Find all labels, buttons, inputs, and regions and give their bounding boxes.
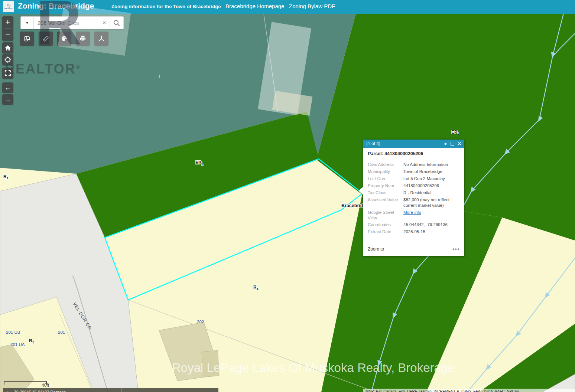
plus-icon: + <box>6 17 10 27</box>
coordinate-bar: ✛ -79.29945 45.04423 Degrees <box>3 388 218 392</box>
popup-close-button[interactable]: ✕ <box>458 141 461 146</box>
parcel-info-popup: (1 of 4) ▶ ✕ Parcel: 441804000205206 Civ… <box>363 140 464 256</box>
chevron-down-icon: ▼ <box>25 21 29 25</box>
attribution-text: MNR, Esri Canada, Esri, HERE, Garmin, IN… <box>363 389 575 392</box>
parcel-number-201: 201 <box>58 330 65 334</box>
zoning-map-canvas[interactable] <box>0 0 575 392</box>
app-header: ≋ BRACEBRIDGE Zoning: Bracebridge Zoning… <box>0 0 575 14</box>
parcel-number-202: 202 <box>197 320 204 324</box>
zone-label-r1: R1 <box>253 285 259 291</box>
popup-footer: Zoom to ••• <box>363 245 464 256</box>
zone-label-ep1: EP1 <box>451 130 459 135</box>
table-row: Civic Address No Address Information <box>368 162 460 167</box>
previous-extent-button[interactable]: ← <box>2 82 13 93</box>
print-button[interactable] <box>76 32 90 46</box>
table-row: Property Num 441804000205206 <box>368 183 460 189</box>
zone-label-ep1: EP1 <box>195 160 203 166</box>
magnifier-document-icon <box>23 35 31 42</box>
search-source-dropdown[interactable]: ▼ <box>21 17 34 29</box>
ruler-icon <box>42 35 49 42</box>
divider <box>121 388 122 392</box>
search-submit-button[interactable] <box>110 17 123 29</box>
locate-crosshair-icon <box>4 56 12 63</box>
table-row: Tax Class R - Residential <box>368 190 460 196</box>
zoom-in-button[interactable]: + <box>2 16 13 29</box>
popup-header: (1 of 4) ▶ ✕ <box>363 140 464 148</box>
link-bracebridge-homepage[interactable]: Bracebridge Homepage <box>225 3 284 9</box>
next-extent-button[interactable]: → <box>2 94 13 105</box>
share-icon <box>98 35 105 42</box>
table-row: Assessed Value $82,000 (may not reflect … <box>368 197 460 208</box>
coordinate-readout: -79.29945 45.04423 Degrees <box>13 390 66 392</box>
fullscreen-button[interactable] <box>2 68 13 79</box>
play-next-icon: ▶ <box>445 142 447 146</box>
popup-title: Parcel: 441804000205206 <box>368 151 460 159</box>
scale-bar <box>4 381 47 385</box>
palette-icon <box>61 35 68 42</box>
popup-body: Parcel: 441804000205206 Civic Address No… <box>363 148 464 245</box>
arrow-left-icon: ← <box>4 84 11 92</box>
table-row: Coordinates 45.044342, -79.299136 <box>368 222 460 228</box>
zone-label-r1: R1 <box>29 338 34 344</box>
printer-icon <box>79 35 87 42</box>
scale-label: 40ft <box>42 383 49 388</box>
table-row: Lot / Con Lot 5 Con 2 Macaulay <box>368 176 460 182</box>
table-row: Google Street View More info <box>368 210 460 221</box>
zoom-out-button[interactable]: − <box>2 29 13 41</box>
search-icon <box>113 19 120 27</box>
parcel-number-201ua: 201 UA <box>10 342 25 347</box>
coordinate-crosshair-icon[interactable]: ✛ <box>3 390 13 392</box>
fullscreen-icon <box>4 69 12 77</box>
close-icon: ✕ <box>103 20 107 26</box>
measure-tool-button[interactable] <box>39 32 53 46</box>
attribute-table: Civic Address No Address Information Mun… <box>368 162 460 235</box>
zoom-control: + − <box>2 16 13 41</box>
table-row: Extract Date 2025-05-15 <box>368 229 460 235</box>
parcel-number-201ub: 201 UB <box>6 330 20 334</box>
zone-label-r1: R1 <box>3 174 9 180</box>
popup-pointer <box>358 187 363 195</box>
search-widget: ▼ ✕ <box>20 16 124 29</box>
popup-next-button[interactable]: ▶ <box>445 142 447 146</box>
more-options-button[interactable]: ••• <box>452 246 460 252</box>
search-clear-button[interactable]: ✕ <box>99 17 110 29</box>
popup-pager: (1 of 4) <box>366 141 441 146</box>
zoom-to-link[interactable]: Zoom to <box>368 246 384 252</box>
logo-wave-icon: ≋ <box>6 4 11 8</box>
draw-tool-button[interactable] <box>57 32 71 46</box>
home-button[interactable] <box>2 42 13 53</box>
search-input[interactable] <box>34 17 99 29</box>
more-info-link[interactable]: More info <box>403 210 460 221</box>
minus-icon: − <box>6 30 10 40</box>
arrow-right-icon: → <box>4 96 11 104</box>
page-subtitle: Zoning information for the Town of Brace… <box>111 4 221 9</box>
bracebridge-logo: ≋ BRACEBRIDGE <box>3 1 14 12</box>
building-footprint-small <box>202 350 219 377</box>
zone-label-i: I <box>159 74 160 79</box>
share-button[interactable] <box>94 32 108 46</box>
identify-tool-button[interactable] <box>20 32 34 46</box>
zoning-map-app: { "app": { "title": "Zoning: Bracebridge… <box>0 0 575 392</box>
home-icon <box>4 44 12 52</box>
popup-maximize-button[interactable] <box>451 142 454 146</box>
page-title: Zoning: Bracebridge <box>18 1 94 10</box>
close-icon: ✕ <box>458 141 461 146</box>
link-zoning-bylaw-pdf[interactable]: Zoning Bylaw PDF <box>289 3 335 9</box>
table-row: Municipality Town of Bracebridge <box>368 169 460 174</box>
maximize-icon <box>451 142 454 146</box>
locate-button[interactable] <box>2 54 13 65</box>
attribution-bar: MNR, Esri Canada, Esri, HERE, Garmin, IN… <box>363 389 575 392</box>
